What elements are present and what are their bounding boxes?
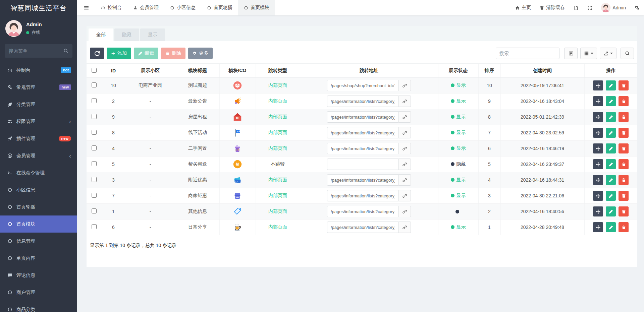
row-edit-button[interactable] [606, 175, 616, 185]
row-delete-button[interactable] [619, 112, 629, 122]
document-button[interactable] [569, 0, 583, 15]
detail-view-button[interactable] [564, 48, 578, 59]
jump-url-input[interactable] [327, 96, 399, 107]
drag-sort-button[interactable] [593, 143, 603, 153]
sidebar-item-comment[interactable]: 评论信息 [0, 267, 77, 284]
link-button[interactable] [399, 159, 411, 170]
jump-url-input[interactable] [327, 222, 399, 233]
row-delete-button[interactable] [619, 222, 629, 232]
row-edit-button[interactable] [606, 96, 616, 106]
tab-hidden[interactable]: 隐藏 [114, 28, 139, 41]
select-all-checkbox[interactable] [92, 68, 97, 73]
row-edit-button[interactable] [606, 206, 616, 216]
jump-url-input[interactable] [327, 111, 399, 123]
row-delete-button[interactable] [619, 96, 629, 106]
export-button[interactable] [600, 48, 616, 59]
jump-url-input[interactable] [327, 174, 399, 186]
drag-sort-button[interactable] [593, 175, 603, 185]
row-delete-button[interactable] [619, 175, 629, 185]
drag-sort-button[interactable] [593, 159, 603, 169]
delete-button[interactable]: 删除 [161, 48, 185, 59]
sidebar-item-command[interactable]: 在线命令管理 [0, 164, 77, 181]
row-edit-button[interactable] [606, 191, 616, 201]
row-edit-button[interactable] [606, 80, 616, 90]
search-button[interactable] [621, 48, 634, 59]
row-delete-button[interactable] [619, 159, 629, 169]
tab-visible[interactable]: 显示 [140, 28, 165, 41]
jump-url-input[interactable] [327, 159, 399, 170]
row-delete-button[interactable] [619, 206, 629, 216]
row-delete-button[interactable] [619, 80, 629, 90]
sidebar-item-page[interactable]: 单页内容 [0, 250, 77, 267]
row-checkbox[interactable] [92, 193, 97, 198]
jump-url-input[interactable] [327, 190, 399, 201]
row-edit-button[interactable] [606, 222, 616, 232]
drag-sort-button[interactable] [593, 222, 603, 232]
add-button[interactable]: 添加 [107, 48, 131, 59]
nav-tab-console[interactable]: 控制台 [95, 0, 127, 15]
refresh-button[interactable] [90, 48, 104, 59]
link-button[interactable] [399, 222, 411, 233]
sidebar-item-auth[interactable]: 权限管理 ‹ [0, 113, 77, 130]
drag-sort-button[interactable] [593, 80, 603, 90]
columns-button[interactable] [580, 48, 597, 59]
link-button[interactable] [399, 143, 411, 154]
more-button[interactable]: 更多 [188, 48, 213, 59]
row-edit-button[interactable] [606, 143, 616, 153]
sidebar-item-console[interactable]: 控制台 hot [0, 62, 77, 79]
drag-sort-button[interactable] [593, 96, 603, 106]
drag-sort-button[interactable] [593, 112, 603, 122]
jump-url-input[interactable] [327, 127, 399, 138]
row-checkbox[interactable] [92, 177, 97, 182]
nav-tab-home-module[interactable]: 首页模块 [238, 0, 275, 15]
sidebar-item-merchant[interactable]: 商户管理 [0, 284, 77, 301]
sidebar-item-addon[interactable]: 插件管理 new [0, 130, 77, 147]
row-checkbox[interactable] [92, 208, 97, 213]
row-delete-button[interactable] [619, 143, 629, 153]
row-checkbox[interactable] [92, 161, 97, 166]
drag-sort-button[interactable] [593, 206, 603, 216]
link-button[interactable] [399, 127, 411, 138]
sidebar-item-banner[interactable]: 首页轮播 [0, 198, 77, 215]
drag-sort-button[interactable] [593, 128, 603, 138]
sidebar-item-home-module[interactable]: 首页模块 [0, 215, 77, 233]
row-checkbox[interactable] [92, 114, 97, 119]
jump-url-input[interactable] [327, 206, 399, 217]
sidebar-item-community[interactable]: 小区信息 [0, 181, 77, 198]
sidebar-toggle-button[interactable] [77, 0, 95, 15]
home-button[interactable]: 主页 [511, 0, 535, 15]
link-button[interactable] [399, 80, 411, 91]
row-edit-button[interactable] [606, 128, 616, 138]
nav-tab-member[interactable]: 会员管理 [127, 0, 164, 15]
nav-tab-banner[interactable]: 首页轮播 [201, 0, 238, 15]
row-checkbox[interactable] [92, 98, 97, 103]
row-edit-button[interactable] [606, 159, 616, 169]
settings-button[interactable] [630, 0, 644, 15]
sidebar-item-category[interactable]: 分类管理 [0, 96, 77, 113]
edit-button[interactable]: 编辑 [134, 48, 158, 59]
sidebar-item-general[interactable]: 常规管理 new [0, 79, 77, 96]
sidebar-search-input[interactable] [5, 44, 72, 58]
link-button[interactable] [399, 206, 411, 217]
row-checkbox[interactable] [92, 145, 97, 150]
link-button[interactable] [399, 96, 411, 107]
row-checkbox[interactable] [92, 82, 97, 87]
fullscreen-button[interactable] [583, 0, 597, 15]
sidebar-item-info[interactable]: 信息管理 [0, 233, 77, 250]
link-button[interactable] [399, 174, 411, 186]
row-checkbox[interactable] [92, 130, 97, 135]
tab-all[interactable]: 全部 [89, 28, 113, 41]
jump-url-input[interactable] [327, 143, 399, 154]
row-edit-button[interactable] [606, 112, 616, 122]
drag-sort-button[interactable] [593, 191, 603, 201]
clear-cache-button[interactable]: 清除缓存 [535, 0, 569, 15]
table-search-input[interactable] [496, 48, 559, 59]
row-delete-button[interactable] [619, 191, 629, 201]
row-checkbox[interactable] [92, 224, 97, 229]
sidebar-item-member[interactable]: 会员管理 ‹ [0, 147, 77, 164]
sidebar-item-goods-category[interactable]: 商品分类 [0, 301, 77, 312]
link-button[interactable] [399, 111, 411, 123]
nav-tab-community[interactable]: 小区信息 [164, 0, 201, 15]
jump-url-input[interactable] [327, 80, 399, 91]
link-button[interactable] [399, 190, 411, 201]
